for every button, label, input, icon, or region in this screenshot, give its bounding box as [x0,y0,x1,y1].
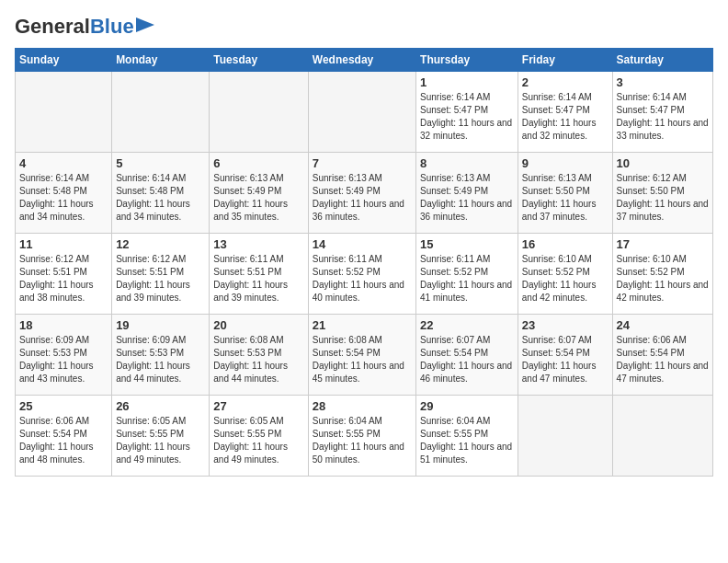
day-info: Sunrise: 6:09 AMSunset: 5:53 PMDaylight:… [116,334,205,385]
day-info: Sunrise: 6:11 AMSunset: 5:52 PMDaylight:… [313,253,412,304]
calendar-cell: 12Sunrise: 6:12 AMSunset: 5:51 PMDayligh… [112,234,210,315]
day-number: 23 [522,318,609,332]
day-info: Sunrise: 6:04 AMSunset: 5:55 PMDaylight:… [313,415,412,466]
day-info: Sunrise: 6:09 AMSunset: 5:53 PMDaylight:… [19,334,108,385]
day-number: 5 [116,156,205,170]
calendar-cell: 10Sunrise: 6:12 AMSunset: 5:50 PMDayligh… [612,153,712,234]
day-info: Sunrise: 6:11 AMSunset: 5:51 PMDaylight:… [213,253,303,304]
calendar-cell: 6Sunrise: 6:13 AMSunset: 5:49 PMDaylight… [210,153,308,234]
calendar-week-row: 11Sunrise: 6:12 AMSunset: 5:51 PMDayligh… [16,234,713,315]
calendar-cell: 24Sunrise: 6:06 AMSunset: 5:54 PMDayligh… [612,315,712,396]
day-info: Sunrise: 6:12 AMSunset: 5:51 PMDaylight:… [19,253,108,304]
header-sunday: Sunday [16,49,112,72]
calendar-cell: 26Sunrise: 6:05 AMSunset: 5:55 PMDayligh… [112,396,210,477]
calendar-cell: 20Sunrise: 6:08 AMSunset: 5:53 PMDayligh… [210,315,308,396]
day-info: Sunrise: 6:10 AMSunset: 5:52 PMDaylight:… [617,253,709,304]
calendar-cell: 7Sunrise: 6:13 AMSunset: 5:49 PMDaylight… [308,153,415,234]
page-header: General Blue [15,15,713,39]
day-info: Sunrise: 6:13 AMSunset: 5:50 PMDaylight:… [522,172,609,224]
calendar-cell [518,396,612,477]
logo-general: General [15,15,90,39]
calendar-cell: 2Sunrise: 6:14 AMSunset: 5:47 PMDaylight… [518,72,612,153]
day-number: 2 [522,75,609,89]
day-info: Sunrise: 6:05 AMSunset: 5:55 PMDaylight:… [116,415,205,466]
calendar-week-row: 18Sunrise: 6:09 AMSunset: 5:53 PMDayligh… [16,315,713,396]
day-number: 3 [617,75,709,89]
calendar-cell: 9Sunrise: 6:13 AMSunset: 5:50 PMDaylight… [518,153,612,234]
calendar-cell [612,396,712,477]
calendar-cell: 19Sunrise: 6:09 AMSunset: 5:53 PMDayligh… [112,315,210,396]
header-saturday: Saturday [612,49,712,72]
day-number: 8 [420,156,514,170]
day-info: Sunrise: 6:10 AMSunset: 5:52 PMDaylight:… [522,253,609,304]
day-number: 25 [19,399,108,413]
day-info: Sunrise: 6:14 AMSunset: 5:47 PMDaylight:… [617,91,709,143]
logo-blue: Blue [90,15,134,39]
day-number: 29 [420,399,514,413]
day-number: 11 [19,237,108,251]
day-number: 28 [313,399,412,413]
calendar-cell: 29Sunrise: 6:04 AMSunset: 5:55 PMDayligh… [416,396,518,477]
logo: General Blue [15,15,154,39]
day-number: 14 [313,237,412,251]
calendar-cell: 1Sunrise: 6:14 AMSunset: 5:47 PMDaylight… [416,72,518,153]
day-number: 4 [19,156,108,170]
day-info: Sunrise: 6:07 AMSunset: 5:54 PMDaylight:… [522,334,609,385]
calendar-cell [112,72,210,153]
day-number: 13 [213,237,303,251]
day-info: Sunrise: 6:12 AMSunset: 5:50 PMDaylight:… [617,172,709,224]
day-number: 1 [420,75,514,89]
header-thursday: Thursday [416,49,518,72]
logo-arrow-icon [136,17,154,32]
day-number: 6 [213,156,303,170]
header-tuesday: Tuesday [210,49,308,72]
calendar-cell: 3Sunrise: 6:14 AMSunset: 5:47 PMDaylight… [612,72,712,153]
day-info: Sunrise: 6:08 AMSunset: 5:54 PMDaylight:… [313,334,412,385]
calendar-week-row: 25Sunrise: 6:06 AMSunset: 5:54 PMDayligh… [16,396,713,477]
calendar-cell [308,72,415,153]
calendar-cell: 5Sunrise: 6:14 AMSunset: 5:48 PMDaylight… [112,153,210,234]
day-number: 10 [617,156,709,170]
day-info: Sunrise: 6:13 AMSunset: 5:49 PMDaylight:… [420,172,514,224]
day-info: Sunrise: 6:06 AMSunset: 5:54 PMDaylight:… [19,415,108,466]
calendar-cell: 22Sunrise: 6:07 AMSunset: 5:54 PMDayligh… [416,315,518,396]
day-number: 22 [420,318,514,332]
calendar-cell: 16Sunrise: 6:10 AMSunset: 5:52 PMDayligh… [518,234,612,315]
day-number: 15 [420,237,514,251]
calendar-cell: 8Sunrise: 6:13 AMSunset: 5:49 PMDaylight… [416,153,518,234]
day-number: 24 [617,318,709,332]
day-info: Sunrise: 6:08 AMSunset: 5:53 PMDaylight:… [213,334,303,385]
calendar-header-row: SundayMondayTuesdayWednesdayThursdayFrid… [16,49,713,72]
day-info: Sunrise: 6:14 AMSunset: 5:47 PMDaylight:… [420,91,514,143]
day-info: Sunrise: 6:13 AMSunset: 5:49 PMDaylight:… [313,172,412,224]
day-number: 21 [313,318,412,332]
calendar-week-row: 1Sunrise: 6:14 AMSunset: 5:47 PMDaylight… [16,72,713,153]
day-info: Sunrise: 6:11 AMSunset: 5:52 PMDaylight:… [420,253,514,304]
day-number: 17 [617,237,709,251]
calendar-cell: 4Sunrise: 6:14 AMSunset: 5:48 PMDaylight… [16,153,112,234]
day-number: 27 [213,399,303,413]
calendar-week-row: 4Sunrise: 6:14 AMSunset: 5:48 PMDaylight… [16,153,713,234]
day-number: 26 [116,399,205,413]
calendar-cell: 17Sunrise: 6:10 AMSunset: 5:52 PMDayligh… [612,234,712,315]
calendar-cell: 15Sunrise: 6:11 AMSunset: 5:52 PMDayligh… [416,234,518,315]
day-number: 19 [116,318,205,332]
calendar-cell: 13Sunrise: 6:11 AMSunset: 5:51 PMDayligh… [210,234,308,315]
calendar-cell: 14Sunrise: 6:11 AMSunset: 5:52 PMDayligh… [308,234,415,315]
header-wednesday: Wednesday [308,49,415,72]
day-number: 16 [522,237,609,251]
day-info: Sunrise: 6:14 AMSunset: 5:48 PMDaylight:… [116,172,205,224]
day-info: Sunrise: 6:04 AMSunset: 5:55 PMDaylight:… [420,415,514,466]
day-number: 20 [213,318,303,332]
calendar-cell: 27Sunrise: 6:05 AMSunset: 5:55 PMDayligh… [210,396,308,477]
calendar-cell [210,72,308,153]
header-monday: Monday [112,49,210,72]
day-number: 18 [19,318,108,332]
day-number: 12 [116,237,205,251]
calendar-cell: 11Sunrise: 6:12 AMSunset: 5:51 PMDayligh… [16,234,112,315]
calendar-cell: 23Sunrise: 6:07 AMSunset: 5:54 PMDayligh… [518,315,612,396]
day-info: Sunrise: 6:13 AMSunset: 5:49 PMDaylight:… [213,172,303,224]
calendar-cell: 25Sunrise: 6:06 AMSunset: 5:54 PMDayligh… [16,396,112,477]
svg-marker-0 [136,17,154,32]
day-info: Sunrise: 6:14 AMSunset: 5:48 PMDaylight:… [19,172,108,224]
